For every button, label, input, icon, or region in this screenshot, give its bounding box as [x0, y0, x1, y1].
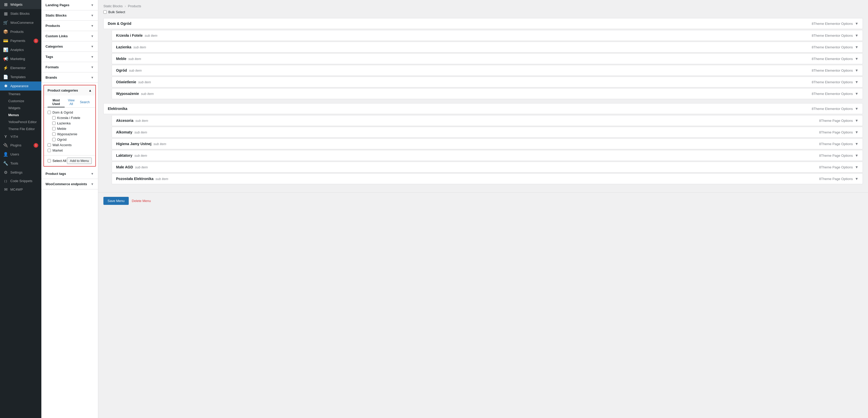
menu-sub-item-meble-row[interactable]: Meble sub item 8Theme Elementor Options …	[112, 54, 863, 64]
widgets-icon: ⊞	[3, 2, 8, 7]
cat-checkbox-krzesla-fotele[interactable]	[52, 116, 56, 120]
menu-sub-item-pozostala-elektronika-options: 8Theme Page Options	[819, 177, 853, 181]
menu-sub-item-alkomaty-row[interactable]: Alkomaty sub item 8Theme Page Options ▼	[112, 127, 863, 137]
sidebar-item-products[interactable]: 📦 Products	[0, 27, 41, 36]
sidebar-item-woocommerce[interactable]: 🛒 WooCommerce	[0, 18, 41, 27]
tab-search[interactable]: Search	[78, 97, 92, 107]
section-landing-pages-header[interactable]: Landing Pages ▼	[41, 0, 98, 10]
section-woocommerce-endpoints-header[interactable]: WooCommerce endpoints ▼	[41, 179, 98, 189]
section-formats-header[interactable]: Formats ▼	[41, 62, 98, 72]
delete-menu-link[interactable]: Delete Menu	[132, 199, 151, 203]
sidebar-sub-customize[interactable]: Customize	[0, 97, 41, 104]
section-custom-links-header[interactable]: Custom Links ▼	[41, 31, 98, 41]
cat-checkbox-lazienka[interactable]	[52, 122, 56, 125]
sidebar-item-label: Payments	[10, 39, 25, 43]
cat-item-lazienka[interactable]: Łazienka	[48, 121, 92, 126]
sidebar-item-appearance[interactable]: ✱ Appearance	[0, 82, 41, 91]
chevron-down-icon: ▼	[91, 14, 94, 17]
section-custom-links: Custom Links ▼	[41, 31, 98, 41]
cat-checkbox-wyposazenie[interactable]	[52, 132, 56, 136]
sidebar-item-mc4wp[interactable]: ✉ MC4WP	[0, 185, 41, 194]
section-product-tags-label: Product tags	[45, 172, 66, 176]
section-static-blocks-header[interactable]: Static Blocks ▼	[41, 10, 98, 21]
sidebar-sub-themes[interactable]: Themes	[0, 91, 41, 97]
menu-item-elektronika-row[interactable]: Elektronika 8Theme Elementor Options ▼	[104, 103, 863, 114]
section-tags-header[interactable]: Tags ▼	[41, 52, 98, 62]
menu-sub-item-laktatory-row[interactable]: Laktatory sub item 8Theme Page Options ▼	[112, 150, 863, 161]
cat-item-market[interactable]: Market	[48, 148, 92, 153]
sidebar-item-elementor[interactable]: ⚡ Elementor	[0, 63, 41, 72]
sidebar-item-static-blocks[interactable]: ▦ Static Blocks	[0, 9, 41, 18]
code-snippets-icon: { }	[3, 180, 8, 183]
sidebar-sub-widgets[interactable]: Widgets	[0, 104, 41, 112]
cat-item-ogrod[interactable]: Ogród	[48, 137, 92, 142]
cat-checkbox-meble[interactable]	[52, 127, 56, 130]
menu-sub-item-wyposazenie-row[interactable]: Wyposażenie sub item 8Theme Elementor Op…	[112, 88, 863, 99]
select-all-checkbox[interactable]	[48, 159, 51, 162]
cat-checkbox-ogrod[interactable]	[52, 138, 56, 141]
menu-sub-item-wyposazenie-name: Wyposażenie sub item	[116, 92, 154, 96]
cat-checkbox-market[interactable]	[48, 149, 51, 152]
cat-checkbox-wall-accents[interactable]	[48, 143, 51, 147]
sidebar-item-tools[interactable]: 🔧 Tools	[0, 159, 41, 168]
chevron-down-icon: ▼	[855, 45, 859, 49]
section-tags: Tags ▼	[41, 52, 98, 62]
sidebar-item-users[interactable]: 👤 Users	[0, 150, 41, 159]
chevron-down-icon: ▼	[855, 130, 859, 134]
menu-sub-item-male-agd-row[interactable]: Małe AGD sub item 8Theme Page Options ▼	[112, 162, 863, 172]
sub-item-label: YellowPencil Editor	[8, 120, 37, 124]
cat-item-wall-accents[interactable]: Wall Accents	[48, 142, 92, 148]
cat-item-krzesla-fotele[interactable]: Krzesła i Fotele	[48, 115, 92, 121]
cat-item-wyposazenie[interactable]: Wyposażenie	[48, 131, 92, 137]
cat-item-meble[interactable]: Meble	[48, 126, 92, 131]
menu-group-dom-ogrod: Dom & Ogród 8Theme Elementor Options ▼ K…	[103, 18, 863, 99]
mc4wp-icon: ✉	[3, 187, 8, 192]
cat-checkbox-dom-ogrod[interactable]	[48, 111, 51, 114]
menu-sub-item-higiena-jamy-ustnej-row[interactable]: Higiena Jamy Ustnej sub item 8Theme Page…	[112, 139, 863, 149]
menu-sub-item-pozostala-elektronika-row[interactable]: Pozostała Elektronika sub item 8Theme Pa…	[112, 174, 863, 184]
sidebar-item-label: Code Snippets	[10, 179, 32, 183]
bulk-select-label[interactable]: Bulk Select	[103, 10, 863, 14]
sidebar-item-settings[interactable]: ⚙ Settings	[0, 168, 41, 177]
sidebar-item-payments[interactable]: 💳 Payments 1	[0, 36, 41, 45]
sidebar-item-plugins[interactable]: 🔌 Plugins 1	[0, 141, 41, 150]
product-categories-header[interactable]: Product categories ▲	[44, 85, 95, 95]
menu-item-elektronika: Elektronika 8Theme Elementor Options ▼	[103, 103, 863, 114]
sidebar-sub-theme-file-editor[interactable]: Theme File Editor	[0, 125, 41, 132]
cat-item-dom-ogrod[interactable]: Dom & Ogród	[48, 110, 92, 115]
chevron-down-icon: ▼	[91, 34, 94, 38]
select-all-label[interactable]: Select All	[48, 159, 66, 163]
menu-sub-item-male-agd-name: Małe AGD sub item	[116, 165, 148, 169]
menu-sub-item-ogrod-row[interactable]: Ogród sub item 8Theme Elementor Options …	[112, 65, 863, 76]
sidebar-item-templates[interactable]: 📄 Templates	[0, 72, 41, 82]
save-menu-button[interactable]: Save Menu	[103, 197, 129, 205]
sidebar-item-label: Marketing	[10, 57, 25, 61]
sidebar-sub-yellowpencil[interactable]: YellowPencil Editor	[0, 118, 41, 125]
section-categories-header[interactable]: Categories ▼	[41, 41, 98, 52]
add-to-menu-button[interactable]: Add to Menu	[67, 157, 92, 164]
breadcrumb-separator: ›	[125, 4, 126, 8]
section-product-tags-header[interactable]: Product tags ▼	[41, 169, 98, 179]
sidebar-item-label: YITH	[10, 135, 18, 139]
sidebar-sub-menus[interactable]: Menus	[0, 112, 41, 118]
menu-sub-item-lazienka-row[interactable]: Łazienka sub item 8Theme Elementor Optio…	[112, 42, 863, 52]
sidebar-item-code-snippets[interactable]: { } Code Snippets	[0, 177, 41, 185]
menu-sub-item-oswietlenie-row[interactable]: Oświetlenie sub item 8Theme Elementor Op…	[112, 77, 863, 87]
sidebar-item-analytics[interactable]: 📊 Analytics	[0, 45, 41, 54]
section-products: Products ▼	[41, 21, 98, 31]
templates-icon: 📄	[3, 74, 8, 80]
tab-view-all[interactable]: View All	[65, 97, 78, 107]
sidebar-item-marketing[interactable]: 📢 Marketing	[0, 54, 41, 63]
section-brands: Brands ▼	[41, 72, 98, 83]
bulk-select-checkbox[interactable]	[103, 10, 107, 14]
section-brands-header[interactable]: Brands ▼	[41, 72, 98, 83]
section-categories: Categories ▼	[41, 41, 98, 52]
section-products-header[interactable]: Products ▼	[41, 21, 98, 31]
menu-sub-item-akcesoria-row[interactable]: Akcesoria sub item 8Theme Page Options ▼	[112, 115, 863, 126]
sidebar-item-yith[interactable]: Y YITH	[0, 132, 41, 141]
tab-most-used[interactable]: Most Used	[48, 97, 65, 107]
menu-sub-item-krzesla-fotele-row[interactable]: Krzesła i Fotele sub item 8Theme Element…	[112, 30, 863, 40]
cat-label-lazienka: Łazienka	[57, 121, 70, 125]
menu-item-dom-ogrod-row[interactable]: Dom & Ogród 8Theme Elementor Options ▼	[104, 18, 863, 29]
sidebar-item-widgets[interactable]: ⊞ Widgets	[0, 0, 41, 9]
